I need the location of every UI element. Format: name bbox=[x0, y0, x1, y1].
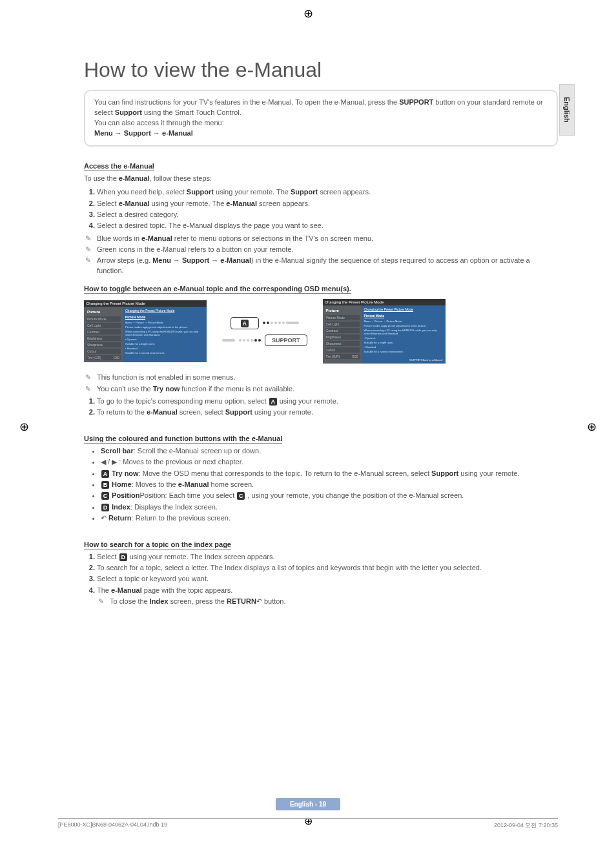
note: Arrow steps (e.g. Menu → Support → e-Man… bbox=[97, 256, 558, 276]
intro-text: You can find instructions for your TV's … bbox=[94, 98, 543, 116]
content-item: • Dynamic bbox=[125, 338, 204, 341]
bullet: D Index: Displays the Index screen. bbox=[101, 502, 558, 512]
remote-support-button: SUPPORT bbox=[265, 334, 307, 346]
access-notes: Blue words in e-Manual refer to menu opt… bbox=[84, 234, 558, 276]
letter-c-icon: C bbox=[101, 492, 109, 500]
step: Select D using your remote. The Index sc… bbox=[97, 552, 558, 562]
content-sub: Menu → Picture → Picture Mode bbox=[125, 321, 204, 324]
content-title: Changing the Preset Picture Mode bbox=[125, 309, 204, 313]
step: Select a desired category. bbox=[97, 210, 558, 220]
sidebar-item: Sharpness bbox=[86, 342, 121, 347]
mini-sidebar: Picture Picture Mode Cell Light Contrast… bbox=[84, 307, 123, 362]
step: Select e-Manual using your remote. The e… bbox=[97, 199, 558, 209]
step: Select a desired topic. The e-Manual dis… bbox=[97, 221, 558, 231]
language-tab: English bbox=[559, 84, 575, 136]
sidebar-item: Contrast bbox=[86, 329, 121, 334]
access-section-title: Access the e-Manual bbox=[84, 162, 154, 171]
letter-d-icon: D bbox=[119, 553, 127, 561]
content-item: Suitable for a bright room. bbox=[364, 341, 443, 344]
registration-mark-left: ⊕ bbox=[19, 420, 29, 434]
toggle-section-title: How to toggle between an e-Manual topic … bbox=[84, 285, 351, 294]
registration-mark-right: ⊕ bbox=[587, 420, 597, 434]
content-body: When connecting a PC using the HDMI-DVI … bbox=[125, 330, 204, 336]
intro-line2: You can also access it through the menu: bbox=[94, 119, 224, 127]
search-steps: Select D using your remote. The Index sc… bbox=[84, 552, 558, 607]
file-footer-left: [PE8000-XC]BN68-04062A-04L04.indb 19 bbox=[58, 821, 167, 830]
note: To close the Index screen, press the RET… bbox=[110, 597, 558, 606]
toggle-steps: To go to the topic's corresponding menu … bbox=[84, 396, 558, 418]
remote-hint: A SUPPORT bbox=[222, 317, 307, 346]
screenshot-header: Changing the Preset Picture Mode bbox=[84, 300, 207, 307]
sidebar-item: Brightness bbox=[86, 336, 121, 341]
step: When you need help, select Support using… bbox=[97, 187, 558, 197]
screenshot-header: Changing the Preset Picture Mode bbox=[323, 299, 446, 305]
step: To return to the e-Manual screen, select… bbox=[97, 407, 558, 417]
note: Blue words in e-Manual refer to menu opt… bbox=[97, 234, 558, 243]
sidebar-item: Tint (G/R)G50 bbox=[325, 354, 360, 359]
sidebar-item: Contrast bbox=[325, 328, 360, 333]
letter-b-icon: B bbox=[101, 481, 109, 489]
bullet: ↶ Return: Return to the previous screen. bbox=[101, 513, 558, 523]
return-icon: ↶ bbox=[256, 597, 262, 605]
letter-a-icon: A bbox=[101, 470, 109, 478]
content-heading: Picture Mode bbox=[125, 315, 145, 320]
remote-a-button: A bbox=[231, 317, 259, 329]
coloured-section-title: Using the coloured and function buttons … bbox=[84, 435, 282, 444]
toggle-notes: This function is not enabled in some men… bbox=[84, 373, 558, 394]
content-item: Suitable for a bright room. bbox=[125, 342, 204, 345]
manual-page: ⊕ ⊕ ⊕ English How to view the e-Manual Y… bbox=[0, 0, 616, 853]
step: Select a topic or keyword you want. bbox=[97, 574, 558, 584]
left-arrow-icon: ◀ bbox=[101, 458, 106, 466]
content-sub: Menu → Picture → Picture Mode bbox=[364, 320, 443, 323]
intro-box: You can find instructions for your TV's … bbox=[84, 90, 558, 147]
mini-screen-right: Picture Picture Mode Cell Light Contrast… bbox=[323, 305, 446, 364]
mini-screen-left: Picture Picture Mode Cell Light Contrast… bbox=[84, 307, 207, 362]
right-arrow-icon: ▶ bbox=[112, 458, 117, 466]
bullet: ◀ / ▶ : Moves to the previous or next ch… bbox=[101, 457, 558, 467]
screenshot-right: Changing the Preset Picture Mode Picture… bbox=[323, 299, 446, 364]
bullet: B Home: Moves to the e-Manual home scree… bbox=[101, 480, 558, 489]
file-footer-right: 2012-09-04 오전 7:20:35 bbox=[494, 821, 558, 830]
access-intro: To use the e-Manual, follow these steps: bbox=[84, 174, 558, 183]
sidebar-item: Picture Mode bbox=[325, 315, 360, 320]
mini-content: Changing the Preset Picture Mode Picture… bbox=[123, 307, 207, 362]
page-title: How to view the e-Manual bbox=[84, 58, 558, 82]
content-title: Changing the Preset Picture Mode bbox=[364, 307, 443, 311]
sidebar-item: Tint (G/R)G50 bbox=[86, 355, 121, 360]
access-steps: When you need help, select Support using… bbox=[84, 187, 558, 231]
mini-content: Changing the Preset Picture Mode Picture… bbox=[362, 305, 446, 364]
note: You can't use the Try now function if th… bbox=[97, 384, 558, 394]
registration-mark-top: ⊕ bbox=[303, 6, 313, 21]
note: Green icons in the e-Manual refers to a … bbox=[97, 245, 558, 254]
content-body: Picture modes apply preset adjustments t… bbox=[125, 325, 204, 329]
sidebar-item: Colour bbox=[86, 349, 121, 354]
sidebar-item: Brightness bbox=[325, 334, 360, 340]
bullet: Scroll bar: Scroll the e-Manual screen u… bbox=[101, 446, 558, 456]
content-footer: SUPPORT Back to e-Manual bbox=[364, 358, 443, 362]
letter-c-icon: C bbox=[237, 492, 245, 500]
sidebar-item: Colour bbox=[325, 347, 360, 353]
content-item: • Standard bbox=[125, 347, 204, 350]
page-number-footer: English - 19 bbox=[276, 798, 340, 810]
content-item: Suitable for a normal environment. bbox=[364, 350, 443, 353]
sidebar-top: Picture bbox=[86, 309, 121, 315]
content-item: • Dynamic bbox=[364, 336, 443, 340]
file-footer: [PE8000-XC]BN68-04062A-04L04.indb 19 201… bbox=[58, 818, 558, 830]
lights-icon bbox=[239, 339, 261, 342]
letter-a-icon: A bbox=[241, 320, 249, 327]
note: This function is not enabled in some men… bbox=[97, 373, 558, 382]
step: The e-Manual page with the topic appears… bbox=[97, 586, 558, 607]
bullet: A Try now: Move the OSD menu that corres… bbox=[101, 469, 558, 478]
sidebar-item: Sharpness bbox=[325, 341, 360, 346]
sidebar-top: Picture bbox=[325, 307, 360, 314]
letter-a-icon: A bbox=[269, 398, 277, 406]
return-icon: ↶ bbox=[101, 514, 107, 522]
letter-d-icon: D bbox=[101, 504, 109, 511]
coloured-bullets: Scroll bar: Scroll the e-Manual screen u… bbox=[84, 446, 558, 524]
screenshot-left: Changing the Preset Picture Mode Picture… bbox=[84, 300, 207, 362]
step: To search for a topic, select a letter. … bbox=[97, 563, 558, 573]
lights-icon bbox=[263, 322, 299, 324]
content-body: Picture modes apply preset adjustments t… bbox=[364, 324, 443, 327]
sidebar-item: Cell Light bbox=[86, 323, 121, 328]
mini-sidebar: Picture Picture Mode Cell Light Contrast… bbox=[323, 305, 362, 364]
